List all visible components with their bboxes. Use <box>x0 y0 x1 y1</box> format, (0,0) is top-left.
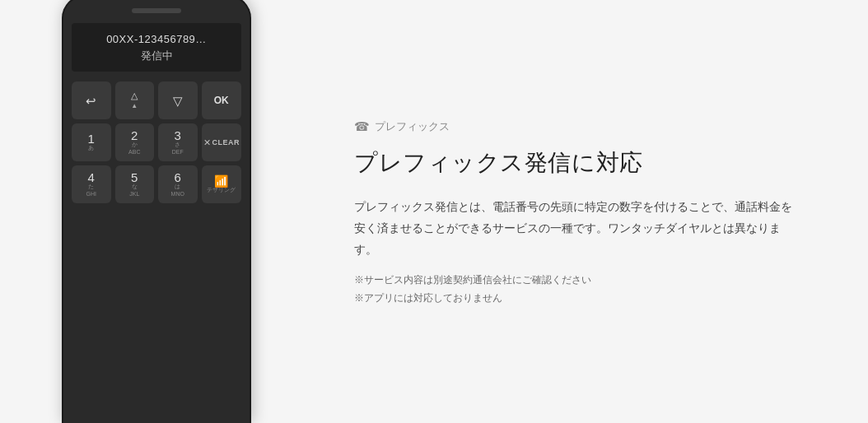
key-tethering-icon: 📶 <box>214 175 228 187</box>
key-down-icon: ▽ <box>173 95 183 107</box>
key-tethering[interactable]: 📶 テザリング <box>202 165 242 203</box>
key-2-main: 2 <box>131 129 138 142</box>
key-5-main: 5 <box>131 171 138 184</box>
feature-tag: ☎ プレフィックス <box>354 119 819 134</box>
key-2[interactable]: 2 かABC <box>115 123 155 161</box>
phone-device: 00XX-123456789… 発信中 ↩ △▲ ▽ OK 1 あ 2 <box>62 0 251 423</box>
key-1[interactable]: 1 あ <box>72 123 111 161</box>
key-6-main: 6 <box>175 171 181 184</box>
feature-title: プレフィックス発信に対応 <box>354 147 819 179</box>
key-tethering-sub: テザリング <box>207 187 236 193</box>
call-status: 発信中 <box>80 49 233 63</box>
key-5[interactable]: 5 なJKL <box>115 165 155 203</box>
feature-description: プレフィックス発信とは、電話番号の先頭に特定の数字を付けることで、通話料金を安く… <box>354 197 799 261</box>
key-2-sub: かABC <box>128 142 140 156</box>
key-up[interactable]: △▲ <box>115 81 155 119</box>
key-1-sub: あ <box>88 145 94 151</box>
phone-keypad: ↩ △▲ ▽ OK 1 あ 2 かABC 3 さDEF <box>72 78 241 207</box>
key-3-sub: さDEF <box>172 142 184 156</box>
tag-label: プレフィックス <box>375 119 450 134</box>
key-down[interactable]: ▽ <box>158 81 198 119</box>
call-number: 00XX-123456789… <box>80 33 233 45</box>
feature-note-2: ※アプリには対応しておりません <box>354 291 819 306</box>
feature-note-1: ※サービス内容は別途契約通信会社にご確認ください <box>354 272 819 288</box>
key-1-main: 1 <box>88 132 95 145</box>
key-4-sub: たGHI <box>86 184 96 198</box>
key-ok-label: OK <box>214 95 229 105</box>
key-back[interactable]: ↩ <box>72 81 111 119</box>
clear-label: CLEAR <box>212 138 240 146</box>
phone-speaker <box>132 8 181 13</box>
key-6-sub: はMNO <box>171 184 184 198</box>
clear-x-icon: ✕ <box>203 137 211 148</box>
key-clear[interactable]: ✕ CLEAR <box>202 123 242 161</box>
feature-panel: ☎ プレフィックス プレフィックス発信に対応 プレフィックス発信とは、電話番号の… <box>313 0 868 423</box>
key-3[interactable]: 3 さDEF <box>158 123 198 161</box>
phone-screen: 00XX-123456789… 発信中 <box>72 23 241 72</box>
phone-tag-icon: ☎ <box>354 119 370 134</box>
feature-notes: ※サービス内容は別途契約通信会社にご確認ください ※アプリには対応しておりません <box>354 272 819 306</box>
key-up-icon: △▲ <box>131 91 138 109</box>
key-4[interactable]: 4 たGHI <box>72 165 111 203</box>
key-4-main: 4 <box>88 171 95 184</box>
key-6[interactable]: 6 はMNO <box>158 165 198 203</box>
key-ok[interactable]: OK <box>202 81 242 119</box>
key-3-main: 3 <box>175 129 181 142</box>
phone-panel: 00XX-123456789… 発信中 ↩ △▲ ▽ OK 1 あ 2 <box>0 0 313 423</box>
key-back-icon: ↩ <box>86 95 96 107</box>
key-5-sub: なJKL <box>129 184 139 198</box>
